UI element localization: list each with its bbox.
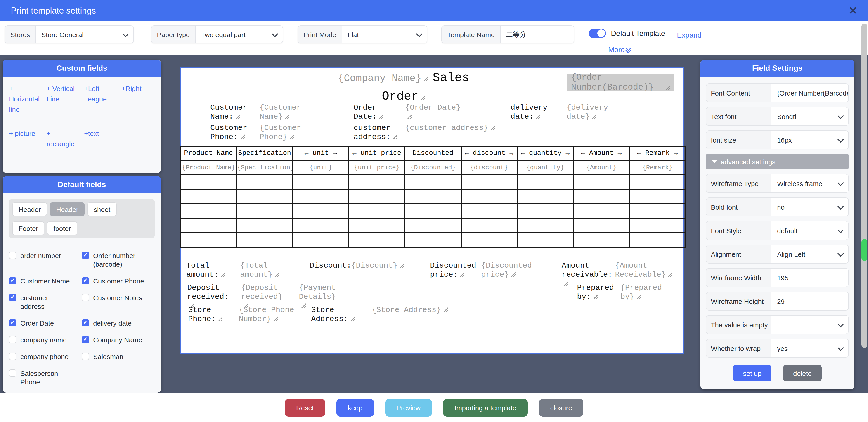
preview-field-discounted-price[interactable]: Discounted price: {Discounted price}	[430, 261, 533, 279]
table-header-cell[interactable]: ← unit price	[349, 146, 405, 160]
table-header-cell[interactable]: ← Amount →	[574, 146, 629, 160]
table-header-cell[interactable]: ← quantity →	[517, 146, 573, 160]
advanced-settings-toggle[interactable]: advanced settings	[706, 154, 849, 169]
checkbox[interactable]	[9, 277, 16, 284]
add-text-button[interactable]: +text	[84, 128, 117, 149]
checkbox[interactable]	[9, 369, 16, 377]
checkbox[interactable]	[82, 353, 89, 360]
font-content-input[interactable]: {Order Number(Barcode)}	[777, 89, 848, 97]
wireframe-height-input[interactable]: 29	[777, 297, 784, 305]
table-header-cell[interactable]: ← Remark →	[629, 146, 685, 160]
table-placeholder-cell[interactable]: {Product Name}	[180, 160, 237, 175]
set-up-button[interactable]: set up	[733, 365, 771, 381]
add-picture-button[interactable]: + picture	[9, 128, 42, 149]
add-right-button[interactable]: +Right	[122, 83, 155, 115]
resize-handle-icon[interactable]	[400, 263, 404, 268]
table-header-cell[interactable]: Product Name	[180, 146, 237, 160]
preview-field-customer-name[interactable]: Customer Name: {Customer Name}	[210, 103, 305, 121]
resize-handle-icon[interactable]	[240, 135, 245, 139]
table-placeholder-cell[interactable]: {quantity}	[517, 160, 573, 175]
resize-handle-icon[interactable]	[666, 85, 670, 90]
template-name-field[interactable]: Template Name 二等分	[441, 25, 574, 44]
checkbox[interactable]	[9, 336, 16, 343]
wireframe-width-input[interactable]: 195	[777, 274, 788, 281]
resize-handle-icon[interactable]	[289, 135, 294, 139]
scrollbar-thumb[interactable]	[862, 24, 867, 348]
preview-field-company-title[interactable]: {Company Name} Sales Order	[326, 69, 482, 106]
checkbox[interactable]	[9, 319, 16, 327]
resize-handle-icon[interactable]	[593, 294, 597, 299]
preview-field-discount[interactable]: Discount: {Discount}	[310, 261, 401, 270]
expand-link[interactable]: Expand	[677, 31, 702, 39]
table-placeholder-cell[interactable]: {Discounted}	[405, 160, 461, 175]
resize-handle-icon[interactable]	[637, 294, 641, 299]
checkbox[interactable]	[82, 336, 89, 343]
resize-handle-icon[interactable]	[221, 272, 225, 277]
preview-field-order-date[interactable]: Order Date: {Order Date}	[353, 103, 466, 121]
resize-handle-icon[interactable]	[421, 95, 425, 100]
preview-button[interactable]: Preview	[385, 399, 432, 417]
resize-handle-icon[interactable]	[536, 114, 540, 119]
table-placeholder-cell[interactable]: {Remark}	[629, 160, 685, 175]
resize-handle-icon[interactable]	[668, 272, 673, 277]
tab-footer-1[interactable]: Footer	[12, 221, 44, 235]
checkbox[interactable]	[9, 252, 16, 259]
resize-handle-icon[interactable]	[393, 135, 397, 139]
resize-handle-icon[interactable]	[350, 316, 355, 321]
tab-header-2[interactable]: Header	[50, 202, 85, 216]
close-icon[interactable]: ✕	[848, 5, 857, 16]
checkbox[interactable]	[82, 319, 89, 327]
table-header-cell[interactable]: Discounted	[405, 146, 461, 160]
alignment-select[interactable]: Alignment Align Left	[706, 245, 849, 263]
checkbox[interactable]	[82, 277, 89, 284]
stores-select[interactable]: Stores Store General	[4, 25, 134, 44]
closure-button[interactable]: closure	[539, 399, 583, 417]
resize-handle-icon[interactable]	[564, 281, 568, 286]
resize-handle-icon[interactable]	[218, 316, 222, 321]
preview-field-customer-phone[interactable]: Customer Phone: {Customer Phone}	[210, 123, 305, 142]
tab-footer-2[interactable]: footer	[47, 221, 77, 235]
bold-font-select[interactable]: Bold font no	[706, 197, 849, 217]
print-mode-select[interactable]: Print Mode Flat	[298, 25, 427, 44]
font-style-select[interactable]: Font Style default	[706, 221, 849, 240]
preview-field-store-phone[interactable]: Store Phone: {Store Phone Number}	[188, 306, 302, 324]
resize-handle-icon[interactable]	[490, 125, 495, 130]
tab-header-1[interactable]: Header	[12, 202, 47, 216]
resize-handle-icon[interactable]	[379, 114, 383, 119]
more-link[interactable]: More	[608, 46, 630, 54]
table-header-cell[interactable]: ← unit →	[292, 146, 349, 160]
resize-handle-icon[interactable]	[285, 114, 289, 119]
preview-field-delivery-date[interactable]: delivery date: {delivery date}	[510, 103, 610, 121]
resize-handle-icon[interactable]	[592, 114, 596, 119]
checkbox[interactable]	[82, 252, 89, 259]
delete-button[interactable]: delete	[783, 365, 822, 381]
tab-sheet[interactable]: sheet	[88, 202, 117, 216]
add-left-league-button[interactable]: +Left League	[84, 83, 117, 115]
resize-handle-icon[interactable]	[443, 307, 448, 312]
preview-field-total-amount[interactable]: Total amount: {Total amount}	[186, 261, 285, 279]
preview-field-customer-address[interactable]: customer address: {customer address}	[353, 123, 509, 142]
text-font-select[interactable]: Text font Songti	[706, 107, 849, 126]
add-horizontal-line-button[interactable]: + Horizontal line	[9, 83, 42, 115]
table-placeholder-cell[interactable]: {discount}	[461, 160, 517, 175]
template-name-input[interactable]: 二等分	[506, 30, 526, 39]
value-empty-select[interactable]: The value is empty	[706, 315, 849, 334]
resize-handle-icon[interactable]	[511, 272, 516, 277]
resize-handle-icon[interactable]	[236, 114, 240, 119]
resize-handle-icon[interactable]	[460, 272, 464, 277]
table-placeholder-cell[interactable]: {Amount}	[574, 160, 629, 175]
default-template-toggle[interactable]	[589, 29, 606, 38]
table-placeholder-cell[interactable]: {Specification}	[237, 160, 292, 175]
table-header-cell[interactable]: ← discount →	[461, 146, 517, 160]
resize-handle-icon[interactable]	[424, 77, 428, 81]
resize-handle-icon[interactable]	[407, 114, 412, 119]
scrollbar-accent-thumb[interactable]	[862, 239, 867, 261]
preview-field-prepared-by[interactable]: Prepared by: {Prepared by}	[577, 283, 665, 302]
table-header-cell[interactable]: Specification	[237, 146, 292, 160]
table-placeholder-cell[interactable]: {unit price}	[349, 160, 405, 175]
keep-button[interactable]: keep	[336, 399, 374, 417]
font-size-select[interactable]: font size 16px	[706, 131, 849, 149]
reset-button[interactable]: Reset	[285, 399, 325, 417]
checkbox[interactable]	[9, 294, 16, 301]
paper-type-select[interactable]: Paper type Two equal part	[151, 25, 283, 44]
